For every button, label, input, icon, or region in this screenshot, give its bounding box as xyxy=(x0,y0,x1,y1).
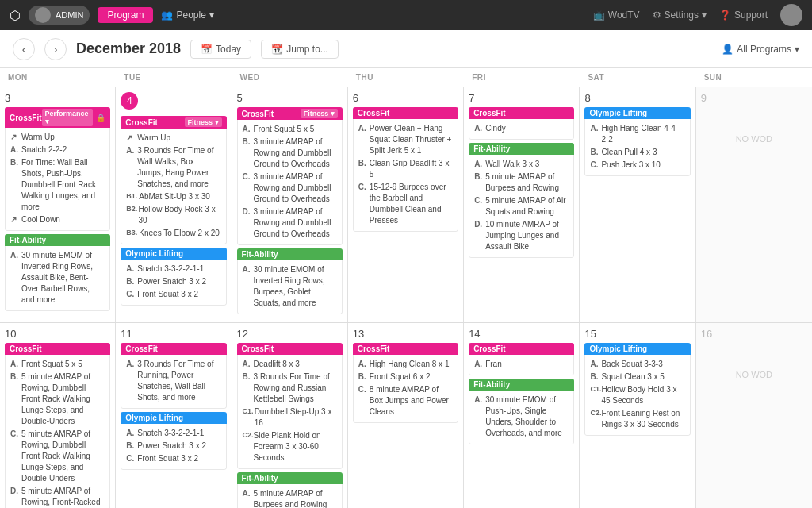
workout-item: A.Snatch 3-3-2-2-1-1 xyxy=(126,264,220,275)
program-body: A.Wall Walk 3 x 3 B.5 minute AMRAP of Bu… xyxy=(469,155,574,258)
program-header: CrossFit Fitness ▾ xyxy=(121,116,226,129)
program-body: A.Cindy xyxy=(469,119,574,140)
program-block: Olympic Lifting A.Snatch 3-3-2-2-1-1 B.P… xyxy=(121,412,226,470)
workout-item: B2.Hollow Body Rock 3 x 30 xyxy=(126,204,220,226)
workout-item: C.Front Squat 3 x 2 xyxy=(126,453,220,464)
program-block: CrossFit A.3 Rounds For Time of Running,… xyxy=(121,343,226,409)
day-number: 15 xyxy=(584,328,690,340)
program-body: A.Deadlift 8 x 3 B.3 Rounds For Time of … xyxy=(237,355,343,469)
program-block: CrossFit A.High Hang Clean 8 x 1 B.Front… xyxy=(353,343,458,423)
program-title: CrossFit xyxy=(10,114,42,122)
program-block: Fit-Ability A.30 minute EMOM of Inverted… xyxy=(5,234,110,311)
program-header: Fit-Ability xyxy=(237,472,343,484)
day-number: 10 xyxy=(5,328,110,340)
no-wod-label: NO WOD xyxy=(701,107,807,171)
program-body: ↗Warm Up A.3 Rounds For Time of Wall Wal… xyxy=(121,129,226,244)
day-number: 11 xyxy=(121,328,226,340)
program-tag: Fitness ▾ xyxy=(185,117,222,127)
program-title: Fit-Ability xyxy=(242,474,278,483)
program-block: CrossFit Fitness ▾ ↗Warm Up A.3 Rounds F… xyxy=(121,116,226,244)
program-block: CrossFit A.Cindy xyxy=(469,107,574,140)
day-number: 12 xyxy=(237,328,343,340)
calendar-icon-2: 📆 xyxy=(271,44,283,55)
chevron-down-icon: ▾ xyxy=(209,10,214,21)
calendar-day-6: 6 CrossFit A.Power Clean + Hang Squat Cl… xyxy=(348,87,464,322)
day-headers: MON TUE WED THU FRI SAT SUN xyxy=(0,68,812,87)
support-link[interactable]: ❓ Support xyxy=(719,10,768,21)
logo-area: ⬡ xyxy=(10,8,21,23)
wodtv-link[interactable]: 📺 WodTV xyxy=(593,10,640,21)
workout-item: A.30 minute EMOM of Inverted Ring Rows, … xyxy=(10,250,105,306)
workout-item: A.30 minute EMOM of Inverted Ring Rows, … xyxy=(243,264,337,309)
workout-item: A.30 minute EMOM of Push-Ups, Single Und… xyxy=(474,394,569,439)
day-number: 5 xyxy=(237,92,343,104)
program-header: CrossFit xyxy=(353,343,458,355)
calendar-day-3: 3 CrossFit Performance ▾ 🔒 ↗Warm Up A.Sn… xyxy=(0,87,116,322)
sub-navigation: ‹ › December 2018 📅 Today 📆 Jump to... 👤… xyxy=(0,30,812,68)
people-nav-button[interactable]: 👥 People ▾ xyxy=(161,10,213,21)
calendar-week-2: 10 CrossFit A.Front Squat 5 x 5 B.5 minu… xyxy=(0,323,812,508)
workout-item: A.5 minute AMRAP of Burpees and Rowing xyxy=(243,488,337,508)
day-header-fri: FRI xyxy=(464,68,580,87)
program-block: Olympic Lifting A.High Hang Clean 4-4-2-… xyxy=(584,107,690,176)
next-month-button[interactable]: › xyxy=(44,38,67,60)
calendar-day-7: 7 CrossFit A.Cindy Fit-Ability A.Wall Wa… xyxy=(464,87,580,322)
calendar-day-8: 8 Olympic Lifting A.High Hang Clean 4-4-… xyxy=(580,87,695,322)
program-tag: Performance ▾ xyxy=(42,109,94,126)
workout-item: C2.Front Leaning Rest on Rings 3 x 30 Se… xyxy=(590,408,684,430)
program-header: CrossFit Performance ▾ 🔒 xyxy=(5,107,110,128)
chevron-down-icon: ▾ xyxy=(795,44,799,55)
app-logo: ⬡ xyxy=(10,8,21,23)
no-wod-label: NO WOD xyxy=(701,343,807,406)
program-title: Fit-Ability xyxy=(473,380,510,389)
workout-item: A.High Hang Clean 8 x 1 xyxy=(358,359,453,370)
workout-item: D.3 minute AMRAP of Rowing and Dumbbell … xyxy=(243,206,337,240)
program-body: A.Snatch 3-3-2-2-1-1 B.Power Snatch 3 x … xyxy=(121,260,226,306)
program-header: Olympic Lifting xyxy=(121,248,226,260)
all-programs-button[interactable]: 👤 All Programs ▾ xyxy=(722,44,799,55)
people-icon: 👥 xyxy=(161,10,173,21)
day-number: 3 xyxy=(5,92,110,104)
workout-item: C.3 minute AMRAP of Rowing and Dumbbell … xyxy=(243,171,337,205)
prev-month-button[interactable]: ‹ xyxy=(13,38,35,60)
today-button[interactable]: 📅 Today xyxy=(190,40,251,59)
workout-item: A.3 Rounds For Time of Wall Walks, Box J… xyxy=(126,145,220,190)
program-header: Fit-Ability xyxy=(237,248,343,260)
program-block: CrossFit A.Deadlift 8 x 3 B.3 Rounds For… xyxy=(237,343,343,469)
top-navigation: ⬡ ADMIN Program 👥 People ▾ 📺 WodTV ⚙ Set… xyxy=(0,0,812,30)
calendar-icon: 📅 xyxy=(201,44,213,55)
settings-link[interactable]: ⚙ Settings ▾ xyxy=(653,10,707,21)
program-title: Fit-Ability xyxy=(10,236,46,244)
day-header-thu: THU xyxy=(348,68,464,87)
program-block: CrossFit A.Front Squat 5 x 5 B.5 minute … xyxy=(5,343,110,508)
program-block: Fit-Ability A.30 minute EMOM of Push-Ups… xyxy=(469,379,574,444)
user-avatar[interactable] xyxy=(780,4,802,26)
jump-to-button[interactable]: 📆 Jump to... xyxy=(261,40,339,59)
workout-item: B.3 minute AMRAP of Rowing and Dumbbell … xyxy=(243,137,337,170)
program-tag: Fitness ▾ xyxy=(301,109,338,118)
question-icon: ❓ xyxy=(719,10,731,21)
program-header: CrossFit Fitness ▾ xyxy=(237,107,343,120)
program-header: Fit-Ability xyxy=(469,379,574,391)
workout-item: C.15-12-9 Burpees over the Barbell and D… xyxy=(358,182,453,226)
program-header: Olympic Lifting xyxy=(584,343,690,355)
admin-badge[interactable]: ADMIN xyxy=(29,6,90,25)
program-body: A.30 minute EMOM of Push-Ups, Single Und… xyxy=(469,391,574,444)
day-number: 4 xyxy=(121,92,226,113)
program-nav-button[interactable]: Program xyxy=(98,7,153,23)
program-header: CrossFit xyxy=(121,343,226,355)
day-header-sun: SUN xyxy=(696,68,812,87)
program-title: CrossFit xyxy=(358,344,390,353)
program-body: A.3 Rounds For Time of Running, Power Sn… xyxy=(121,355,226,409)
workout-item: A.Wall Walk 3 x 3 xyxy=(474,159,569,170)
program-title: CrossFit xyxy=(358,109,390,117)
day-number: 14 xyxy=(469,328,574,340)
workout-item: A.3 Rounds For Time of Running, Power Sn… xyxy=(126,359,220,403)
calendar-day-15: 15 Olympic Lifting A.Back Squat 3-3-3 B.… xyxy=(580,323,695,508)
workout-item: D.5 minute AMRAP of Rowing, Front-Racked… xyxy=(10,486,105,508)
workout-item: B.Clean Pull 4 x 3 xyxy=(590,147,684,158)
day-number: 6 xyxy=(353,92,458,104)
calendar-day-5: 5 CrossFit Fitness ▾ A.Front Squat 5 x 5… xyxy=(232,87,348,322)
workout-item: B.Power Snatch 3 x 2 xyxy=(126,441,220,452)
workout-item: A.High Hang Clean 4-4-2-2 xyxy=(590,123,684,145)
